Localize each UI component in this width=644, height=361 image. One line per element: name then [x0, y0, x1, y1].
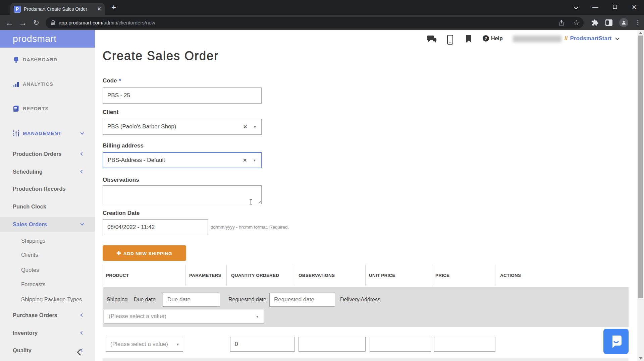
bell-icon [12, 56, 23, 64]
chat-bubble-icon [610, 334, 623, 349]
url-text: app.prodsmart.com/admin/clientorders/new [59, 20, 155, 25]
clear-icon[interactable]: ✕ [243, 124, 247, 129]
sidebar-item-clients[interactable]: Clients [0, 247, 95, 262]
delivery-address-label: Delivery Address [340, 297, 380, 303]
window-restore-icon[interactable] [605, 4, 625, 10]
creation-date-label: Creation Date [103, 210, 140, 217]
code-input[interactable] [103, 87, 262, 104]
lock-icon [51, 20, 55, 25]
observations-input[interactable] [299, 337, 366, 352]
back-icon[interactable]: ← [3, 16, 16, 29]
creation-date-input[interactable] [103, 219, 208, 235]
report-icon [12, 105, 23, 113]
date-format-hint: dd/mm/yyyy - hh:mm format. Required. [211, 225, 289, 230]
column-unit-price: UNIT PRICE [369, 265, 395, 286]
browser-toolbar: ← → ↻ app.prodsmart.com/admin/clientorde… [0, 15, 644, 30]
sidebar-item-quotes[interactable]: Quotes [0, 262, 95, 277]
sidebar-item-reports[interactable]: REPORTS [0, 101, 95, 116]
scrollbar-thumb[interactable] [638, 36, 643, 298]
shipping-section: Shipping Due date Requested date Deliver… [103, 287, 629, 327]
bar-chart-icon [12, 80, 23, 88]
sidebar: prodsmart DASHBOARD ANALYTICS REPORTS MA… [0, 30, 95, 361]
dropdown-caret-icon[interactable]: ▼ [176, 343, 179, 346]
help-button[interactable]: ? Help [483, 35, 503, 42]
forward-icon[interactable]: → [16, 16, 30, 29]
sidebar-item-analytics[interactable]: ANALYTICS [0, 77, 95, 92]
chevron-down-icon [615, 36, 620, 40]
quantity-ordered-input[interactable] [230, 337, 295, 352]
window-minimize-icon[interactable]: — [586, 4, 605, 11]
side-panel-icon[interactable] [605, 19, 612, 26]
sidebar-item-inventory[interactable]: Inventory [0, 325, 95, 340]
dropdown-caret-icon[interactable]: ▼ [253, 125, 257, 129]
delivery-address-select[interactable]: (Please select a value) ▼ [104, 309, 264, 324]
bookmark-star-icon[interactable]: ☆ [573, 18, 580, 27]
page-title: Create Sales Order [103, 49, 219, 63]
dropdown-caret-icon[interactable]: ▼ [253, 159, 256, 162]
sidebar-item-scheduling[interactable]: Scheduling [0, 164, 95, 179]
due-date-input[interactable] [163, 293, 220, 307]
chevron-left-icon [80, 331, 84, 335]
billing-address-select[interactable]: PBS-Address - Default ✕ ▼ [103, 152, 262, 168]
column-observations: OBSERVATIONS [299, 265, 335, 286]
sidebar-item-production-orders[interactable]: Production Orders [0, 146, 95, 161]
product-select[interactable]: (Please select a value) ▼ [106, 337, 183, 352]
reload-icon[interactable]: ↻ [30, 16, 43, 29]
sliders-icon [12, 129, 23, 137]
chevron-left-icon [80, 313, 84, 317]
observations-textarea[interactable] [103, 185, 262, 204]
window-menu-icon[interactable] [566, 4, 586, 10]
order-item-row: (Please select a value) ▼ [95, 337, 637, 354]
tab-strip: P Prodsmart Create Sales Order ✕ + — ✕ [0, 0, 644, 15]
bookmark-icon[interactable] [466, 35, 472, 43]
column-quantity-ordered: QUANTITY ORDERED [231, 265, 279, 286]
sidebar-item-dashboard[interactable]: DASHBOARD [0, 52, 95, 67]
sidebar-item-shipping-package-types[interactable]: Shipping Package Types [0, 292, 95, 307]
client-select[interactable]: PBS (Paolo's Barber Shop) ✕ ▼ [103, 119, 262, 135]
new-tab-button[interactable]: + [111, 3, 116, 12]
column-product: PRODUCT [106, 265, 129, 286]
clear-icon[interactable]: ✕ [243, 158, 247, 163]
due-date-label: Due date [134, 297, 156, 303]
dropdown-caret-icon[interactable]: ▼ [256, 315, 259, 318]
extensions-icon[interactable] [592, 19, 599, 26]
unit-price-input[interactable] [370, 337, 431, 352]
user-name-blurred[interactable] [513, 36, 561, 42]
add-new-shipping-button[interactable]: ✚ADD NEW SHIPPING [103, 245, 186, 261]
observations-label: Observations [103, 177, 139, 183]
sidebar-item-sales-orders[interactable]: Sales Orders [0, 217, 95, 232]
scroll-down-icon[interactable] [639, 357, 642, 360]
window-close-icon[interactable]: ✕ [625, 3, 644, 11]
share-icon[interactable] [558, 19, 565, 26]
sidebar-item-management[interactable]: MANAGEMENT [0, 126, 95, 141]
prodsmart-logo[interactable]: prodsmart [0, 30, 95, 48]
client-label: Client [103, 109, 118, 116]
price-input[interactable] [434, 337, 495, 352]
help-icon: ? [483, 35, 489, 42]
chat-icon[interactable] [427, 35, 437, 44]
sidebar-item-forecasts[interactable]: Forecasts [0, 277, 95, 292]
workspace-switcher[interactable]: // ProdsmartStart [565, 35, 619, 42]
profile-avatar[interactable] [619, 18, 628, 27]
required-dot-icon [119, 79, 121, 81]
address-bar[interactable]: app.prodsmart.com/admin/clientorders/new… [46, 17, 584, 28]
mobile-icon[interactable] [447, 35, 453, 45]
next-row-strip [103, 358, 629, 361]
billing-address-label: Billing address [103, 142, 144, 149]
chevron-down-icon [80, 222, 84, 225]
browser-tab[interactable]: P Prodsmart Create Sales Order ✕ [10, 3, 105, 15]
sidebar-item-purchase-orders[interactable]: Purchase Orders [0, 308, 95, 322]
favicon: P [14, 6, 21, 13]
tab-close-icon[interactable]: ✕ [97, 6, 101, 12]
chevron-down-icon [80, 131, 84, 134]
shipping-label: Shipping [107, 297, 127, 303]
scroll-up-icon[interactable] [639, 32, 642, 34]
browser-menu-icon[interactable]: ⋮ [635, 19, 641, 26]
sidebar-item-production-records[interactable]: Production Records [0, 181, 95, 196]
plus-icon: ✚ [117, 250, 121, 256]
sidebar-item-punch-clock[interactable]: Punch Clock [0, 199, 95, 214]
intercom-chat-button[interactable] [603, 329, 629, 354]
requested-date-input[interactable] [269, 293, 335, 307]
sidebar-item-shippings[interactable]: Shippings [0, 233, 95, 248]
page-scrollbar[interactable] [637, 30, 644, 361]
